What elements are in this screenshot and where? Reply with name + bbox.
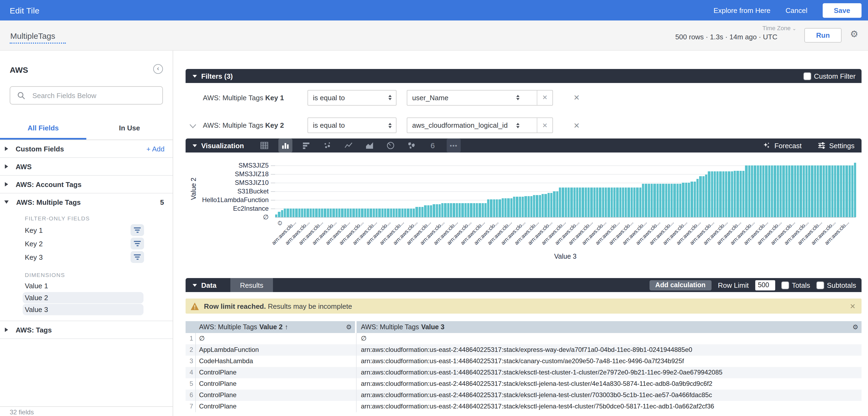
chart-bar[interactable] (284, 209, 286, 217)
chart-bar[interactable] (754, 166, 756, 217)
chart-bar[interactable] (685, 183, 687, 217)
chart-bar[interactable] (375, 209, 378, 217)
chart-bar[interactable] (450, 203, 452, 217)
cell-value-3[interactable]: arn:aws:cloudformation:us-east-2:4486402… (356, 390, 862, 401)
chart-bar[interactable] (321, 209, 323, 217)
cell-value-2[interactable]: ∅ (196, 333, 356, 344)
chart-bar[interactable] (805, 166, 808, 217)
chart-bar[interactable] (430, 205, 432, 217)
chart-bar[interactable] (636, 187, 639, 217)
chart-bar[interactable] (716, 171, 719, 217)
custom-filter-toggle[interactable]: Custom Filter (804, 72, 856, 80)
chart-bar[interactable] (510, 198, 513, 217)
totals-toggle[interactable]: Totals (782, 281, 810, 289)
chart-bar[interactable] (530, 196, 533, 217)
gear-icon[interactable]: ⚙ (346, 324, 352, 330)
cell-value-3[interactable]: ∅ (356, 333, 862, 344)
chart-bar[interactable] (304, 209, 306, 217)
save-button[interactable]: Save (823, 3, 862, 18)
chart-bar[interactable] (330, 209, 332, 217)
chart-bar[interactable] (611, 187, 613, 217)
cell-value-2[interactable]: ControlPlane (196, 401, 356, 412)
chart-bar[interactable] (642, 184, 644, 217)
chart-bar[interactable] (587, 187, 590, 217)
chart-bar[interactable] (444, 203, 447, 217)
chart-bar[interactable] (831, 166, 834, 217)
tab-all-fields[interactable]: All Fields (0, 117, 86, 140)
chart-bar[interactable] (355, 209, 358, 217)
chart-bar[interactable] (289, 209, 292, 217)
chart-bar[interactable] (496, 199, 498, 217)
group-row-aws-tags[interactable]: AWS: Tags (0, 321, 173, 338)
chart-bar[interactable] (579, 187, 581, 217)
chart-bar[interactable] (416, 207, 418, 217)
remove-filter-icon[interactable]: ✕ (574, 93, 580, 102)
chart-bar[interactable] (768, 166, 771, 217)
chart-bar[interactable] (745, 166, 748, 217)
chart-bar[interactable] (711, 171, 713, 217)
chart-bar[interactable] (679, 184, 682, 217)
chart-bar[interactable] (287, 209, 289, 217)
table-row[interactable]: 1∅∅ (186, 333, 862, 344)
chart-bar[interactable] (845, 166, 848, 217)
run-button[interactable]: Run (804, 28, 842, 42)
chart-bar[interactable] (622, 187, 624, 217)
chart-bar[interactable] (421, 207, 424, 217)
column-header-value-2[interactable]: AWS: Multiple TagsValue 2↑ ⚙ (186, 321, 356, 333)
chart-bar[interactable] (482, 203, 484, 217)
chart-bar[interactable] (467, 203, 470, 217)
chart-bar[interactable] (485, 203, 487, 217)
chart-bar[interactable] (771, 166, 773, 217)
chart-bar[interactable] (318, 209, 320, 217)
chart-bar[interactable] (725, 171, 727, 217)
chart-bar[interactable] (779, 166, 782, 217)
chart-bar[interactable] (817, 166, 819, 217)
row-limit-input[interactable] (755, 280, 775, 290)
chart-bar[interactable] (782, 166, 785, 217)
chart-bar[interactable] (307, 209, 309, 217)
chart-bar[interactable] (762, 166, 765, 217)
chart-bar[interactable] (705, 175, 708, 217)
chart-bar[interactable] (301, 209, 304, 217)
chart-bar[interactable] (456, 203, 458, 217)
chart-bar[interactable] (539, 195, 541, 217)
chart-bar[interactable] (275, 214, 278, 217)
chart-bar[interactable] (413, 209, 415, 217)
chart-bar[interactable] (387, 209, 389, 217)
chart-bar[interactable] (811, 166, 813, 217)
explore-from-here-link[interactable]: Explore from Here (713, 6, 770, 14)
chart-bar[interactable] (441, 203, 444, 217)
chart-bar[interactable] (507, 198, 510, 217)
chart-bar[interactable] (541, 194, 544, 217)
forecast-button[interactable]: Forecast (763, 141, 802, 149)
chart-bar[interactable] (654, 184, 656, 217)
cell-value-2[interactable]: CodeHashLambda (196, 356, 356, 367)
chart-bar[interactable] (501, 198, 504, 217)
tab-in-use[interactable]: In Use (86, 117, 173, 140)
chart-bar[interactable] (851, 166, 854, 217)
chart-bar[interactable] (843, 166, 845, 217)
filter-value-select[interactable]: user_Name (407, 90, 537, 105)
chevron-down-icon[interactable] (188, 120, 198, 130)
chart-bar[interactable] (364, 209, 366, 217)
chart-bar[interactable] (760, 166, 762, 217)
chart-bar[interactable] (401, 209, 404, 217)
filter-icon[interactable] (130, 251, 144, 263)
group-row-aws-account-tags[interactable]: AWS: Account Tags (0, 176, 173, 193)
search-input[interactable] (31, 91, 162, 100)
chart-bar[interactable] (693, 182, 696, 217)
cell-value-3[interactable]: arn:aws:cloudformation:us-east-2:4486402… (356, 344, 862, 356)
chart-bar[interactable] (691, 182, 693, 217)
cell-value-2[interactable]: ControlPlane (196, 367, 356, 378)
chart-bar[interactable] (651, 184, 653, 217)
chart-bar[interactable] (593, 187, 595, 217)
chart-bar[interactable] (808, 166, 810, 217)
filter-operator-select[interactable]: is equal to (308, 90, 397, 105)
pie-chart-icon[interactable] (383, 138, 398, 152)
chart-bar[interactable] (590, 187, 593, 217)
chart-bar[interactable] (613, 187, 616, 217)
chart-bar[interactable] (396, 209, 398, 217)
chart-bar[interactable] (794, 166, 796, 217)
chart-bar[interactable] (556, 191, 558, 217)
chart-bar[interactable] (545, 194, 547, 217)
